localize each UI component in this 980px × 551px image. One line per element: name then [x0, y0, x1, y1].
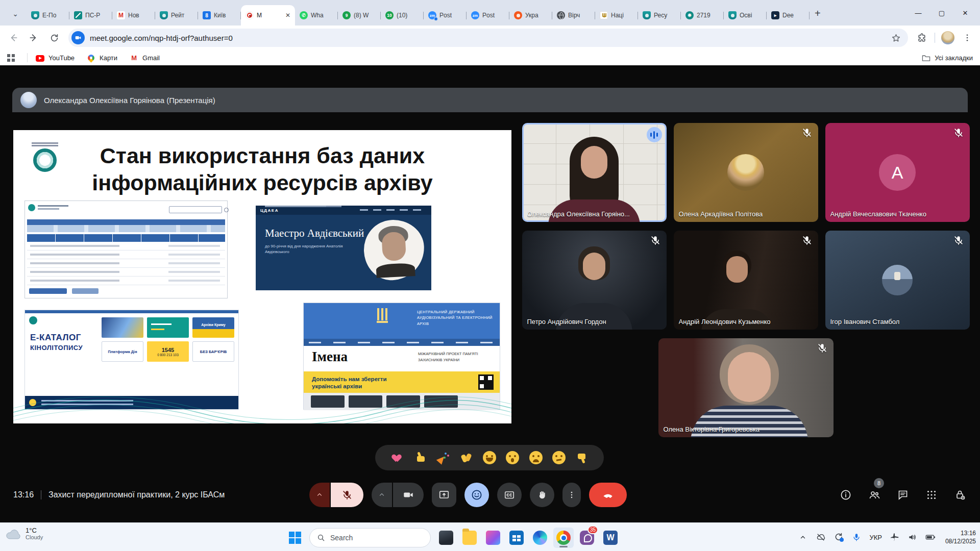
all-bookmarks-label: Усі закладки: [935, 54, 973, 62]
profile-avatar[interactable]: [941, 31, 954, 44]
bookmark-star-icon[interactable]: [891, 33, 901, 43]
extensions-icon[interactable]: [913, 29, 930, 46]
laugh-reaction-button[interactable]: [483, 451, 496, 464]
browser-tab[interactable]: Рейт: [155, 5, 198, 26]
browser-tab[interactable]: MНов: [112, 5, 155, 26]
forward-button[interactable]: [24, 29, 43, 47]
hidden-icons-chevron[interactable]: [798, 532, 808, 542]
browser-tab[interactable]: Е-По: [27, 5, 69, 26]
participant-tile[interactable]: Олена Вікторівна Григоревська: [658, 338, 834, 437]
browser-tab[interactable]: Укра: [509, 5, 552, 26]
file-explorer-taskbar-icon[interactable]: [459, 528, 480, 548]
chat-panel-button[interactable]: [896, 488, 910, 502]
bookmark-item[interactable]: MGmail: [130, 54, 160, 62]
participant-tile[interactable]: Олександра Олексіївна Горяіно...: [522, 123, 667, 222]
people-panel-button[interactable]: 8: [868, 488, 881, 502]
new-tab-button[interactable]: +: [815, 8, 821, 19]
tab-search-button[interactable]: ⌄: [8, 7, 22, 21]
window-minimize-button[interactable]: —: [906, 0, 930, 26]
host-controls-button[interactable]: [953, 488, 967, 502]
weather-condition: Cloudy: [26, 534, 43, 540]
browser-tab[interactable]: Осві: [724, 5, 767, 26]
browser-tab[interactable]: M✕: [241, 5, 295, 26]
thinking-reaction-button[interactable]: [552, 451, 566, 464]
window-close-button[interactable]: ✕: [953, 0, 977, 26]
mic-mute-button[interactable]: [331, 483, 363, 507]
more-options-button[interactable]: [562, 483, 581, 507]
sparkling-heart-reaction-button[interactable]: [390, 451, 403, 464]
reactions-toggle-button[interactable]: [464, 483, 489, 507]
shield-favicon: [160, 11, 168, 19]
participant-tile[interactable]: Петро Андрійович Гордон: [522, 231, 667, 330]
party-reaction-button[interactable]: [436, 451, 450, 464]
camera-in-use-icon[interactable]: [71, 31, 85, 44]
camera-toggle-button[interactable]: [393, 483, 424, 507]
participant-tile[interactable]: Ігор Іванович Стамбол: [825, 231, 970, 330]
battery-icon[interactable]: [925, 532, 936, 542]
video-silhouette: [728, 352, 771, 402]
browser-tab[interactable]: ✆Wha: [295, 5, 338, 26]
url-text[interactable]: meet.google.com/nqp-htdj-orf?authuser=0: [90, 34, 886, 42]
window-maximize-button[interactable]: ▢: [930, 0, 953, 26]
browser-tab[interactable]: ПС-Р: [69, 5, 112, 26]
slide-title: Стан використання баз даних інформаційни…: [49, 142, 476, 197]
browser-tab[interactable]: zmPost: [467, 5, 509, 26]
keyboard-language[interactable]: УКР: [869, 534, 882, 541]
window-preview-taskbar-icon[interactable]: [436, 528, 456, 548]
reload-button[interactable]: [45, 29, 63, 47]
clap-reaction-button[interactable]: [460, 451, 473, 464]
browser-tab[interactable]: zmPost: [424, 5, 467, 26]
bookmark-item[interactable]: Карти: [87, 54, 117, 62]
presentation-slide[interactable]: Стан використання баз даних інформаційни…: [13, 130, 511, 423]
browser-tab[interactable]: 9(8) W: [338, 5, 381, 26]
browser-tab[interactable]: ▸Dee: [767, 5, 810, 26]
browser-tab[interactable]: 8Київ: [198, 5, 241, 26]
edge-taskbar-icon[interactable]: [530, 528, 550, 548]
browser-tab[interactable]: Наці: [595, 5, 638, 26]
back-button[interactable]: [4, 29, 22, 47]
chrome-taskbar-icon[interactable]: [553, 528, 574, 548]
address-bar[interactable]: meet.google.com/nqp-htdj-orf?authuser=0: [68, 29, 908, 47]
browser-tab[interactable]: ❋2719: [681, 5, 724, 26]
activities-button[interactable]: [925, 488, 938, 502]
browser-tab[interactable]: 10(10): [381, 5, 424, 26]
camera-options-chevron[interactable]: [372, 483, 392, 507]
captions-button[interactable]: [497, 483, 522, 507]
network-airplane-icon[interactable]: [890, 532, 900, 542]
cry-reaction-button[interactable]: [529, 451, 543, 464]
browser-menu-icon[interactable]: [959, 29, 976, 46]
bookmark-item[interactable]: YouTube: [36, 54, 75, 62]
close-tab-icon[interactable]: ✕: [285, 12, 290, 19]
windows-start-button[interactable]: [289, 532, 301, 544]
browser-tab[interactable]: Ресу: [638, 5, 681, 26]
thumbs-up-reaction-button[interactable]: [413, 451, 427, 464]
mic-options-chevron[interactable]: [309, 483, 330, 507]
sync-update-icon[interactable]: [834, 532, 844, 542]
tray-clock[interactable]: 13:16 08/12/2025: [945, 529, 976, 545]
video-silhouette: [581, 146, 607, 179]
thumbs-down-reaction-button[interactable]: [576, 451, 589, 464]
microphone-in-use-icon[interactable]: [851, 532, 862, 542]
meeting-details-button[interactable]: [839, 488, 852, 502]
photos-taskbar-icon[interactable]: [483, 528, 503, 548]
present-screen-button[interactable]: [432, 483, 456, 507]
window-preview-icon: [439, 531, 453, 545]
back-arrow-icon: [8, 33, 18, 43]
end-call-button[interactable]: [589, 483, 627, 507]
raise-hand-button[interactable]: [530, 483, 554, 507]
all-bookmarks-button[interactable]: Усі закладки: [922, 54, 973, 62]
weather-widget[interactable]: 1°C Cloudy: [5, 527, 43, 540]
store-taskbar-icon[interactable]: [506, 528, 527, 548]
participant-tile[interactable]: Андрій Леонідович Кузьменко: [674, 231, 818, 330]
participant-tile[interactable]: ААндрій Вячеславович Ткаченко: [825, 123, 970, 222]
volume-icon[interactable]: [908, 532, 918, 542]
viber-taskbar-icon[interactable]: 35: [577, 528, 597, 548]
tab-title: Е-По: [42, 12, 65, 19]
wow-reaction-button[interactable]: [506, 451, 519, 464]
taskbar-search[interactable]: Search: [309, 528, 431, 547]
word-taskbar-icon[interactable]: W: [600, 528, 621, 548]
onedrive-paused-icon[interactable]: [816, 532, 826, 542]
participant-tile[interactable]: Олена Аркадіївна Політова: [674, 123, 818, 222]
apps-grid-icon[interactable]: [7, 54, 15, 62]
browser-tab[interactable]: Вірч: [552, 5, 595, 26]
